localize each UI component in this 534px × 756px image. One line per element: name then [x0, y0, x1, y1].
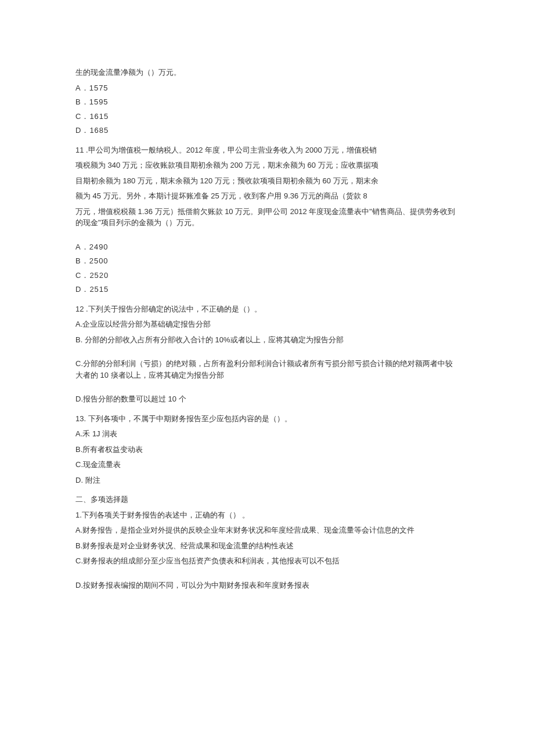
- option-a: A．1575: [75, 82, 459, 94]
- option-a: A．2490: [75, 241, 459, 253]
- option-b: B.所有者权益变动表: [75, 444, 459, 455]
- question-stem-line: 11 .甲公司为增值税一般纳税人。2012 年度，甲公司主营业务收入为 2000…: [75, 144, 459, 156]
- section-2: 二、多项选择题 1.下列各项关于财务报告的表述中，正确的有（） 。 A.财务报告…: [75, 494, 459, 591]
- option-c: C．1615: [75, 111, 459, 122]
- option-c: C.现金流量表: [75, 459, 459, 471]
- question-stem: 1.下列各项关于财务报告的表述中，正确的有（） 。: [75, 509, 459, 521]
- question-10-tail: 生的现金流量净额为（）万元。 A．1575 B．1595 C．1615 D．16…: [75, 67, 459, 136]
- option-b: B. 分部的分部收入占所有分部收入合计的 10%或者以上，应将其确定为报告分部: [75, 334, 459, 346]
- question-stem-tail: 生的现金流量净额为（）万元。: [75, 67, 459, 78]
- question-stem-line: 目期初余额为 180 万元，期末余额为 120 万元；预收款项项目期初余额为 6…: [75, 175, 459, 187]
- option-d: D. 附注: [75, 475, 459, 486]
- option-c: C.分部的分部利润（亏损）的绝对额，占所有盈利分部利润合计额或者所有亏损分部亏损…: [75, 358, 459, 381]
- option-a: A.企业应以经营分部为基础确定报告分部: [75, 319, 459, 330]
- option-b: B．2500: [75, 255, 459, 267]
- question-stem: 12 .下列关于报告分部确定的说法中，不正确的是（）。: [75, 303, 459, 315]
- question-12: 12 .下列关于报告分部确定的说法中，不正确的是（）。 A.企业应以经营分部为基…: [75, 303, 459, 405]
- question-11: 11 .甲公司为增值税一般纳税人。2012 年度，甲公司主营业务收入为 2000…: [75, 144, 459, 295]
- question-13: 13. 下列各项中，不属于中期财务报告至少应包括内容的是（）。 A.禾 1J 润…: [75, 413, 459, 486]
- option-b: B．1595: [75, 96, 459, 108]
- option-a: A.财务报告，是指企业对外提供的反映企业年末财务状况和年度经营成果、现金流量等会…: [75, 525, 459, 536]
- option-c: C．2520: [75, 270, 459, 281]
- option-d: D.按财务报表编报的期间不同，可以分为中期财务报表和年度财务报表: [75, 580, 459, 591]
- question-stem-line: 额为 45 万元。另外，本期计提坏账准备 25 万元，收到客户用 9.36 万元…: [75, 190, 459, 202]
- option-b: B.财务报表是对企业财务状况、经营成果和现金流量的结构性表述: [75, 540, 459, 552]
- section-title: 二、多项选择题: [75, 494, 459, 505]
- option-c: C.财务报表的组成部分至少应当包括资产负债表和利润表，其他报表可以不包括: [75, 555, 459, 567]
- question-stem-line: 万元，增值税税额 1.36 万元）抵偿前欠账款 10 万元。则甲公司 2012 …: [75, 206, 459, 229]
- option-a: A.禾 1J 润表: [75, 428, 459, 440]
- option-d: D．2515: [75, 284, 459, 295]
- question-stem: 13. 下列各项中，不属于中期财务报告至少应包括内容的是（）。: [75, 413, 459, 425]
- question-stem-line: 项税额为 340 万元；应收账款项目期初余额为 200 万元，期末余额为 60 …: [75, 160, 459, 171]
- option-d: D．1685: [75, 125, 459, 136]
- option-d: D.报告分部的数量可以超过 10 个: [75, 393, 459, 405]
